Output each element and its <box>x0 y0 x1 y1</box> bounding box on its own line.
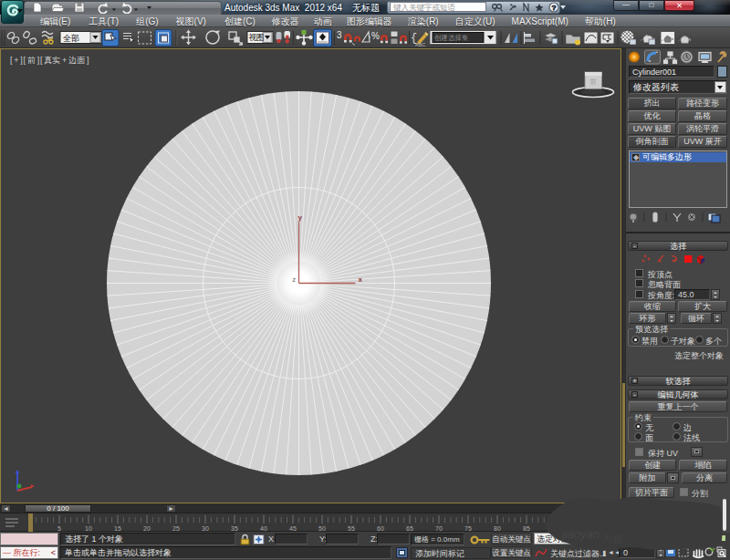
svg-text:60: 60 <box>377 525 384 532</box>
svg-text:3: 3 <box>337 30 342 40</box>
svg-text:前: 前 <box>590 78 597 85</box>
svg-text:35: 35 <box>231 525 238 532</box>
svg-text:为您: 为您 <box>602 534 622 544</box>
svg-text:40: 40 <box>260 525 267 532</box>
svg-text:?: ? <box>552 4 557 12</box>
svg-text:30: 30 <box>202 525 209 532</box>
svg-text:45: 45 <box>289 525 297 532</box>
svg-text:50: 50 <box>318 525 326 532</box>
svg-text:z: z <box>293 276 297 283</box>
svg-text:全部: 全部 <box>63 34 79 43</box>
svg-text:55: 55 <box>348 525 355 532</box>
svg-text:视图: 视图 <box>249 33 265 42</box>
svg-text:65: 65 <box>406 525 413 532</box>
svg-text:%: % <box>371 31 380 41</box>
svg-text:x: x <box>359 275 363 284</box>
svg-text:25: 25 <box>172 525 180 532</box>
svg-text:20: 20 <box>143 525 151 532</box>
svg-text:15: 15 <box>114 525 121 532</box>
svg-text:85: 85 <box>523 525 530 532</box>
svg-text:10: 10 <box>85 525 92 532</box>
svg-text:创建选择集: 创建选择集 <box>434 34 469 42</box>
svg-text:ABC: ABC <box>415 42 425 47</box>
svg-text:75: 75 <box>464 525 472 532</box>
svg-text:y: y <box>298 213 303 222</box>
svg-text:80: 80 <box>494 525 501 532</box>
svg-text:70: 70 <box>435 525 443 532</box>
svg-text:5: 5 <box>57 525 61 532</box>
svg-text:jiaoyan: jiaoyan <box>560 527 600 541</box>
